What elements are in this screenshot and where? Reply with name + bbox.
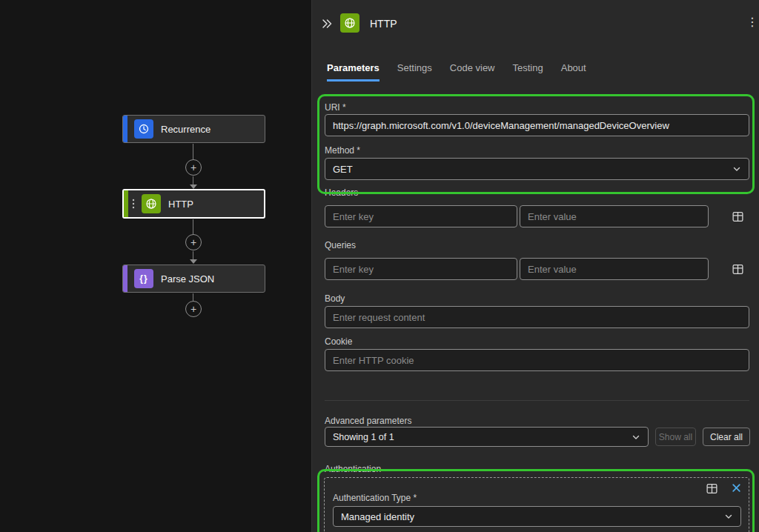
connector-line <box>193 251 193 259</box>
add-step-button[interactable]: + <box>185 301 202 317</box>
node-label: Recurrence <box>161 124 211 135</box>
connector-line <box>193 219 193 234</box>
authentication-type-label: Authentication Type * <box>333 493 417 503</box>
authentication-type-select[interactable]: Managed identity <box>333 506 741 527</box>
headers-table-mode-icon[interactable] <box>732 210 744 226</box>
connector-line <box>193 293 193 301</box>
uri-label: URI * <box>325 102 346 113</box>
chevron-down-icon <box>724 512 733 521</box>
queries-label: Queries <box>325 240 356 250</box>
section-divider <box>325 400 749 401</box>
body-input[interactable] <box>325 306 749 328</box>
headers-label: Headers <box>325 187 358 198</box>
tab-about[interactable]: About <box>561 62 586 82</box>
advanced-parameters-label: Advanced parameters <box>325 416 411 426</box>
method-select[interactable]: GET <box>325 158 749 180</box>
cookie-input[interactable] <box>325 349 749 371</box>
chevron-down-icon <box>732 164 741 173</box>
action-config-panel: HTTP ⋮ Parameters Settings Code view Tes… <box>311 0 759 532</box>
panel-title: HTTP <box>370 18 397 30</box>
advanced-parameters-select[interactable]: Showing 1 of 1 <box>325 427 649 447</box>
tab-testing[interactable]: Testing <box>513 62 543 82</box>
authentication-label: Authentication <box>325 464 381 474</box>
http-icon <box>142 194 161 213</box>
authentication-table-mode-icon[interactable] <box>706 482 718 498</box>
plus-icon: + <box>190 237 196 247</box>
node-label: HTTP <box>168 199 193 210</box>
node-parse-json[interactable]: {} Parse JSON <box>122 265 265 293</box>
insert-step-button[interactable]: + <box>185 234 202 250</box>
connector-line <box>193 144 193 159</box>
parse-json-accent-bar <box>123 265 127 292</box>
arrow-down-icon <box>190 259 197 264</box>
node-label: Parse JSON <box>161 273 214 285</box>
cookie-label: Cookie <box>325 336 352 347</box>
advanced-parameters-value: Showing 1 of 1 <box>333 432 394 442</box>
flow-designer: Recurrence + HTTP + {} Parse JSON <box>0 0 759 532</box>
recurrence-accent-bar <box>123 116 127 142</box>
recurrence-icon <box>134 119 153 139</box>
workflow-canvas[interactable]: Recurrence + HTTP + {} Parse JSON <box>0 0 311 532</box>
panel-tabs: Parameters Settings Code view Testing Ab… <box>327 62 586 82</box>
queries-key-input[interactable] <box>325 258 517 280</box>
tab-code-view[interactable]: Code view <box>450 62 495 82</box>
uri-input[interactable] <box>325 114 749 136</box>
collapse-panel-icon[interactable] <box>321 18 333 33</box>
drag-handle-icon[interactable] <box>131 198 136 210</box>
plus-icon: + <box>190 304 196 314</box>
remove-authentication-icon[interactable] <box>731 482 742 496</box>
node-recurrence[interactable]: Recurrence <box>122 115 265 143</box>
authentication-type-value: Managed identity <box>341 511 414 522</box>
plus-icon: + <box>190 162 196 173</box>
headers-value-input[interactable] <box>520 205 709 227</box>
more-menu-icon[interactable]: ⋮ <box>746 15 758 29</box>
method-label: Method * <box>325 145 360 156</box>
method-value: GET <box>333 164 353 175</box>
queries-value-input[interactable] <box>520 258 709 280</box>
braces-glyph: {} <box>139 273 148 284</box>
headers-key-input[interactable] <box>325 205 517 227</box>
tab-settings[interactable]: Settings <box>397 62 432 82</box>
chevron-down-icon <box>632 433 640 442</box>
queries-table-mode-icon[interactable] <box>732 263 744 279</box>
body-label: Body <box>325 293 345 304</box>
tab-parameters[interactable]: Parameters <box>327 62 380 82</box>
http-accent-bar <box>124 190 128 217</box>
node-http[interactable]: HTTP <box>122 189 265 219</box>
clear-all-button[interactable]: Clear all <box>703 428 750 446</box>
parse-json-icon: {} <box>134 269 153 288</box>
show-all-button[interactable]: Show all <box>655 428 696 446</box>
http-icon <box>340 13 359 33</box>
insert-step-button[interactable]: + <box>185 159 202 176</box>
